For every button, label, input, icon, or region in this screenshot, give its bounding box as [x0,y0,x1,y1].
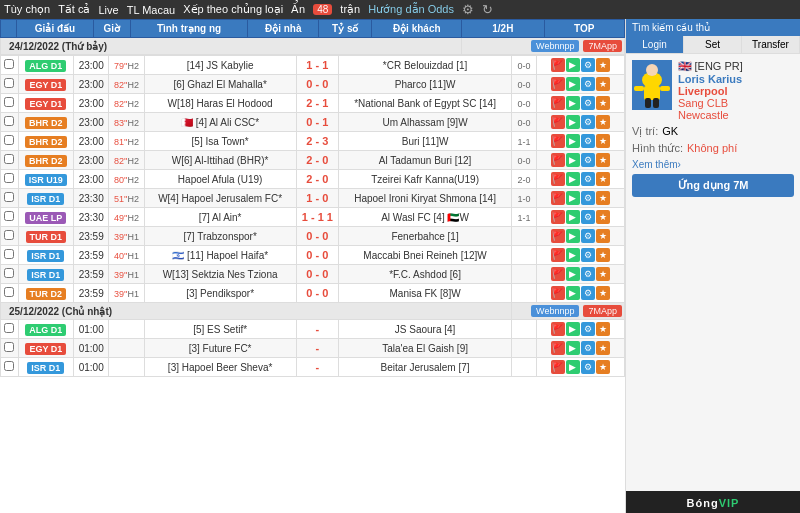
row-checkbox-cell[interactable] [1,94,19,113]
row-checkbox[interactable] [4,268,14,278]
video-icon[interactable]: ▶ [566,229,580,243]
gear-icon[interactable]: ⚙ [581,286,595,300]
gear-icon[interactable]: ⚙ [581,210,595,224]
flag-icon[interactable]: 🚩 [551,58,565,72]
guidance-link[interactable]: Hướng dẫn Odds [368,3,454,16]
row-checkbox-cell[interactable] [1,75,19,94]
tab-login[interactable]: Login [626,36,684,53]
webnnpp-btn-2[interactable]: Webnnpp [531,305,579,317]
flag-icon[interactable]: 🚩 [551,229,565,243]
nav-tuy-chon[interactable]: Tùy chọn [4,3,50,16]
video-icon[interactable]: ▶ [566,115,580,129]
row-checkbox[interactable] [4,287,14,297]
nav-xep-theo[interactable]: Xếp theo chủng loại [183,3,283,16]
video-icon[interactable]: ▶ [566,360,580,374]
7m-btn-1[interactable]: 7MApp [583,40,622,52]
row-checkbox-cell[interactable] [1,151,19,170]
more-link[interactable]: Xem thêm› [632,159,794,170]
video-icon[interactable]: ▶ [566,286,580,300]
apply-btn[interactable]: Ứng dụng 7M [632,174,794,197]
row-checkbox-cell[interactable] [1,227,19,246]
row-checkbox[interactable] [4,342,14,352]
video-icon[interactable]: ▶ [566,191,580,205]
star-icon[interactable]: ★ [596,77,610,91]
gear-icon[interactable]: ⚙ [581,172,595,186]
video-icon[interactable]: ▶ [566,96,580,110]
video-icon[interactable]: ▶ [566,248,580,262]
gear-icon[interactable]: ⚙ [581,341,595,355]
row-checkbox-cell[interactable] [1,339,19,358]
gear-icon[interactable]: ⚙ [581,267,595,281]
star-icon[interactable]: ★ [596,341,610,355]
gear-icon[interactable]: ⚙ [581,96,595,110]
flag-icon[interactable]: 🚩 [551,286,565,300]
flag-icon[interactable]: 🚩 [551,134,565,148]
tab-transfer[interactable]: Transfer [742,36,800,53]
video-icon[interactable]: ▶ [566,322,580,336]
row-checkbox-cell[interactable] [1,208,19,227]
star-icon[interactable]: ★ [596,229,610,243]
gear-icon[interactable]: ⚙ [581,191,595,205]
video-icon[interactable]: ▶ [566,134,580,148]
row-checkbox-cell[interactable] [1,189,19,208]
7m-btn-2[interactable]: 7MApp [583,305,622,317]
gear-icon[interactable]: ⚙ [581,360,595,374]
video-icon[interactable]: ▶ [566,153,580,167]
row-checkbox-cell[interactable] [1,284,19,303]
row-checkbox[interactable] [4,97,14,107]
row-checkbox-cell[interactable] [1,170,19,189]
nav-tl-macau[interactable]: TL Macau [127,4,176,16]
gear-icon[interactable]: ⚙ [581,248,595,262]
row-checkbox[interactable] [4,211,14,221]
gear-icon[interactable]: ⚙ [581,77,595,91]
settings-icon[interactable]: ⚙ [462,2,474,17]
row-checkbox-cell[interactable] [1,265,19,284]
gear-icon[interactable]: ⚙ [581,322,595,336]
star-icon[interactable]: ★ [596,96,610,110]
video-icon[interactable]: ▶ [566,267,580,281]
row-checkbox[interactable] [4,361,14,371]
video-icon[interactable]: ▶ [566,210,580,224]
row-checkbox-cell[interactable] [1,113,19,132]
row-checkbox-cell[interactable] [1,320,19,339]
star-icon[interactable]: ★ [596,210,610,224]
row-checkbox[interactable] [4,59,14,69]
refresh-icon[interactable]: ↻ [482,2,493,17]
row-checkbox[interactable] [4,323,14,333]
flag-icon[interactable]: 🚩 [551,153,565,167]
row-checkbox[interactable] [4,173,14,183]
flag-icon[interactable]: 🚩 [551,115,565,129]
gear-icon[interactable]: ⚙ [581,58,595,72]
flag-icon[interactable]: 🚩 [551,248,565,262]
nav-an[interactable]: Ẩn [291,3,305,16]
flag-icon[interactable]: 🚩 [551,341,565,355]
flag-icon[interactable]: 🚩 [551,172,565,186]
star-icon[interactable]: ★ [596,153,610,167]
flag-icon[interactable]: 🚩 [551,360,565,374]
star-icon[interactable]: ★ [596,267,610,281]
gear-icon[interactable]: ⚙ [581,229,595,243]
nav-live[interactable]: Live [98,4,118,16]
star-icon[interactable]: ★ [596,286,610,300]
star-icon[interactable]: ★ [596,115,610,129]
star-icon[interactable]: ★ [596,172,610,186]
flag-icon[interactable]: 🚩 [551,191,565,205]
row-checkbox[interactable] [4,78,14,88]
flag-icon[interactable]: 🚩 [551,96,565,110]
star-icon[interactable]: ★ [596,248,610,262]
row-checkbox-cell[interactable] [1,132,19,151]
row-checkbox-cell[interactable] [1,246,19,265]
flag-icon[interactable]: 🚩 [551,267,565,281]
row-checkbox[interactable] [4,154,14,164]
webnnpp-btn-1[interactable]: Webnnpp [531,40,579,52]
row-checkbox[interactable] [4,116,14,126]
tab-set[interactable]: Set [684,36,742,53]
flag-icon[interactable]: 🚩 [551,210,565,224]
gear-icon[interactable]: ⚙ [581,115,595,129]
star-icon[interactable]: ★ [596,191,610,205]
star-icon[interactable]: ★ [596,360,610,374]
star-icon[interactable]: ★ [596,58,610,72]
flag-icon[interactable]: 🚩 [551,77,565,91]
video-icon[interactable]: ▶ [566,77,580,91]
star-icon[interactable]: ★ [596,134,610,148]
